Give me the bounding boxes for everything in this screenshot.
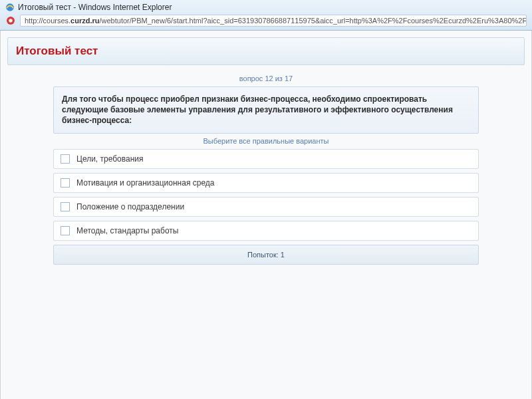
attempts-value: 1: [281, 251, 285, 259]
address-bar[interactable]: http://courses.curzd.ru/webtutor/PBM_new…: [20, 15, 527, 27]
attempts-label: Попыток: [247, 251, 277, 259]
checkbox-icon[interactable]: [61, 202, 70, 211]
attempts-box: Попыток: 1: [53, 245, 479, 265]
options-list: Цели, требования Мотивация и организацио…: [53, 149, 479, 241]
page-body: Итоговый тест вопрос 12 из 17 Для того ч…: [0, 31, 532, 399]
ie-favicon-icon: [5, 3, 15, 12]
checkbox-icon[interactable]: [61, 178, 70, 188]
checkbox-icon[interactable]: [61, 226, 70, 235]
address-row: http://courses.curzd.ru/webtutor/PBM_new…: [0, 13, 532, 30]
svg-point-2: [9, 19, 12, 22]
url-prefix: http://courses.: [25, 17, 70, 25]
option-label: Цели, требования: [76, 154, 144, 164]
option-label: Мотивация и организационная среда: [76, 178, 215, 188]
checkbox-icon[interactable]: [61, 154, 70, 164]
option-row[interactable]: Методы, стандарты работы: [53, 221, 479, 241]
url-host: curzd.ru: [70, 17, 99, 25]
option-row[interactable]: Цели, требования: [53, 149, 479, 169]
window-title: Итоговый тест - Windows Internet Explore…: [18, 3, 172, 12]
browser-chrome: Итоговый тест - Windows Internet Explore…: [0, 0, 532, 31]
option-row[interactable]: Мотивация и организационная среда: [53, 173, 479, 193]
option-row[interactable]: Положение о подразделении: [53, 197, 479, 217]
question-text: Для того чтобы процесс приобрел признаки…: [53, 86, 479, 134]
page-title: Итоговый тест: [16, 45, 516, 58]
quiz-container: вопрос 12 из 17 Для того чтобы процесс п…: [53, 74, 479, 265]
instruction-text: Выберите все правильные варианты: [53, 137, 479, 145]
option-label: Методы, стандарты работы: [76, 226, 178, 235]
site-icon: [5, 15, 16, 26]
page-header: Итоговый тест: [7, 37, 525, 65]
question-progress: вопрос 12 из 17: [53, 74, 479, 82]
url-rest: /webtutor/PBM_new/6/start.html?aicc_sid=…: [100, 17, 527, 25]
option-label: Положение о подразделении: [76, 202, 184, 211]
window-title-bar: Итоговый тест - Windows Internet Explore…: [0, 0, 532, 13]
